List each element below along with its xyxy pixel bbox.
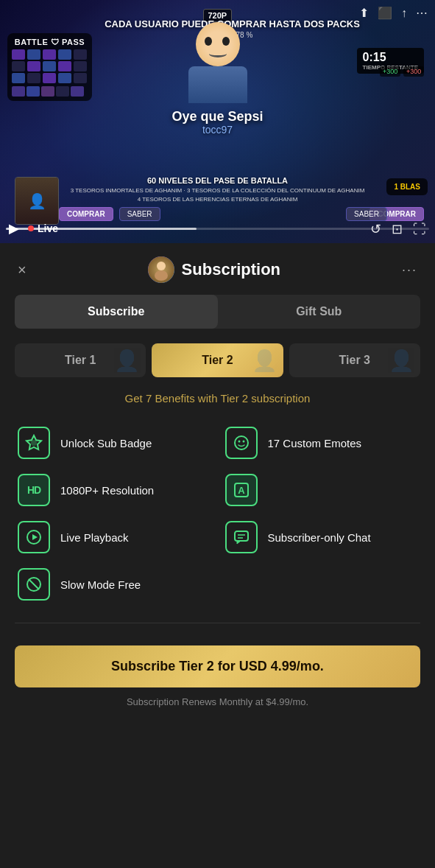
- subscribe-button-label: Subscribe Tier 2 for USD 4.99/mo.: [111, 659, 324, 673]
- subscription-tabs: Subscribe Gift Sub: [15, 295, 420, 329]
- screen-icon[interactable]: ⬛: [378, 6, 392, 20]
- tier3-ghost: 👤: [389, 349, 414, 373]
- channel-name: tocc97: [202, 124, 233, 136]
- svg-line-16: [29, 579, 39, 589]
- live-playback-icon: [18, 521, 50, 553]
- benefit-custom-emotes: 17 Custom Emotes: [225, 427, 418, 459]
- video-player: BATTLE 🛡 PASS 👤 720P ⬆ ⬛ ↑ ⋯: [0, 0, 435, 243]
- tab-subscribe[interactable]: Subscribe: [15, 295, 218, 329]
- battle-pass-panel: BATTLE 🛡 PASS 👤: [7, 33, 92, 101]
- ad-card: 1 BLAS: [386, 178, 428, 195]
- tier2-ghost: 👤: [252, 349, 277, 373]
- subscription-title: Subscription: [182, 260, 280, 279]
- tier3-button[interactable]: Tier 3 👤: [289, 343, 420, 377]
- divider: [15, 623, 420, 623]
- tier-selector: Tier 1 👤 Tier 2 👤 Tier 3 👤: [15, 343, 420, 377]
- tier1-button[interactable]: Tier 1 👤: [15, 343, 146, 377]
- slow-mode-label: Slow Mode Free: [60, 578, 141, 591]
- svg-point-2: [155, 270, 168, 281]
- more-options-button[interactable]: ···: [399, 259, 420, 281]
- svg-point-7: [242, 441, 244, 443]
- live-indicator: [28, 225, 34, 231]
- benefit-sub-badge: Unlock Sub Badge: [18, 427, 211, 459]
- subscribe-button[interactable]: Subscribe Tier 2 for USD 4.99/mo.: [15, 645, 420, 687]
- close-button[interactable]: ×: [15, 259, 29, 281]
- benefit-live-playback: Live Playback: [18, 521, 211, 553]
- top-controls: ⬆ ⬛ ↑ ⋯: [359, 6, 428, 20]
- stat2: +300: [403, 66, 424, 77]
- svg-point-5: [235, 436, 248, 449]
- tab-gift-sub[interactable]: Gift Sub: [218, 295, 421, 329]
- svg-point-6: [238, 441, 240, 443]
- benefit-ad-free: A: [225, 474, 418, 506]
- live-playback-label: Live Playback: [60, 531, 129, 544]
- resolution-label: 1080P+ Resolution: [60, 484, 154, 497]
- benefits-headline: Get 7 Benefits with Tier 2 subscription: [15, 392, 420, 405]
- renew-text: Subscription Renews Monthly at $4.99/mo.: [15, 696, 420, 707]
- play-button[interactable]: ▶: [9, 220, 19, 237]
- subscription-header: × Subscription ···: [0, 243, 435, 295]
- svg-rect-12: [235, 531, 248, 541]
- stat1: +300: [380, 66, 400, 77]
- slow-mode-icon: [18, 568, 50, 601]
- custom-emotes-icon: [225, 427, 258, 459]
- battle-pass-grid: [12, 49, 88, 83]
- svg-point-1: [157, 262, 166, 270]
- benefit-sub-chat: Subscriber-only Chat: [225, 521, 418, 553]
- svg-text:A: A: [238, 485, 245, 496]
- tier2-button[interactable]: Tier 2 👤: [152, 343, 283, 377]
- streamer-name: Oye que Sepsi: [171, 109, 263, 125]
- custom-emotes-label: 17 Custom Emotes: [268, 437, 362, 449]
- timer-value: 0:15: [363, 51, 418, 64]
- stats-bars: +300 +300: [380, 66, 424, 77]
- benefit-slow-mode: Slow Mode Free: [18, 568, 211, 601]
- fullscreen-icon[interactable]: ⛶: [413, 222, 426, 237]
- dos-packs-text: DOS PACKS: [304, 18, 360, 29]
- sub-chat-icon: [225, 521, 258, 553]
- share-icon[interactable]: ↑: [401, 7, 407, 20]
- more-icon[interactable]: ⋯: [416, 6, 428, 20]
- benefits-grid: Unlock Sub Badge 17 Custom Emotes HD 108…: [18, 427, 417, 601]
- bottom-promo-main: 60 NIVELES DEL PASE DE BATALLA: [59, 176, 376, 185]
- streamer-avatar: [148, 256, 174, 283]
- bottom-promo: 60 NIVELES DEL PASE DE BATALLA 3 TESOROS…: [59, 176, 376, 203]
- svg-marker-11: [32, 534, 38, 540]
- sub-badge-label: Unlock Sub Badge: [60, 437, 152, 449]
- bottom-promo-sub2: 4 TESOROS DE LAS HERENCIAS ETERNAS DE AG…: [59, 196, 376, 203]
- live-label: Live: [38, 223, 58, 234]
- replay-icon[interactable]: ↺: [370, 221, 381, 237]
- ad-free-icon: A: [225, 474, 258, 506]
- resolution-icon: HD: [18, 474, 50, 506]
- subscription-panel: × Subscription ··· Subs: [0, 243, 435, 868]
- video-controls: ▶ Live ↺ ⊡ ⛶: [0, 214, 435, 243]
- tier1-ghost: 👤: [114, 349, 140, 373]
- pip-icon[interactable]: ⊡: [392, 221, 403, 237]
- ad-blas: 1 BLAS: [394, 183, 420, 191]
- sub-chat-label: Subscriber-only Chat: [268, 531, 371, 544]
- video-right-controls: ↺ ⊡ ⛶: [370, 221, 426, 237]
- sub-badge-icon: [18, 427, 50, 459]
- svg-point-4: [31, 440, 37, 446]
- character-figure: [188, 22, 247, 103]
- benefit-resolution: HD 1080P+ Resolution: [18, 474, 211, 506]
- live-badge: Live: [28, 223, 58, 234]
- battle-pass-title: BATTLE 🛡 PASS: [12, 38, 88, 46]
- bottom-promo-sub: 3 TESOROS INMORTALES DE AGHANIM · 3 TESO…: [59, 187, 376, 194]
- header-center: Subscription: [148, 256, 280, 283]
